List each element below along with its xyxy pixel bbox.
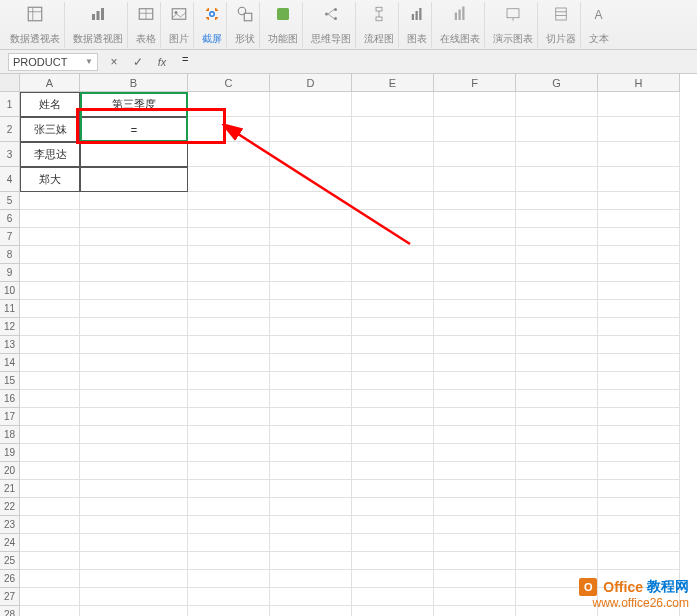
cell[interactable]	[352, 372, 434, 390]
cell[interactable]	[598, 552, 680, 570]
cell[interactable]	[188, 408, 270, 426]
cell[interactable]	[80, 408, 188, 426]
cell[interactable]	[516, 192, 598, 210]
cell[interactable]	[352, 264, 434, 282]
cell[interactable]	[20, 210, 80, 228]
cell[interactable]	[270, 92, 352, 117]
row-header[interactable]: 16	[0, 390, 20, 408]
cell[interactable]	[598, 372, 680, 390]
cell[interactable]	[352, 606, 434, 616]
row-header[interactable]: 1	[0, 92, 20, 117]
cell[interactable]	[20, 552, 80, 570]
cell[interactable]	[434, 142, 516, 167]
row-header[interactable]: 14	[0, 354, 20, 372]
cell[interactable]	[516, 498, 598, 516]
cell[interactable]	[352, 117, 434, 142]
cell[interactable]	[352, 426, 434, 444]
cell[interactable]	[80, 534, 188, 552]
cell[interactable]	[516, 228, 598, 246]
cell[interactable]	[270, 336, 352, 354]
cell[interactable]	[20, 354, 80, 372]
cell[interactable]	[188, 246, 270, 264]
row-header[interactable]: 28	[0, 606, 20, 616]
cell[interactable]	[270, 354, 352, 372]
cell[interactable]	[434, 282, 516, 300]
cell[interactable]	[80, 354, 188, 372]
cell[interactable]	[270, 570, 352, 588]
cell[interactable]	[598, 516, 680, 534]
cell[interactable]	[270, 372, 352, 390]
row-header[interactable]: 5	[0, 192, 20, 210]
cell[interactable]	[188, 92, 270, 117]
cell[interactable]	[516, 210, 598, 228]
cell[interactable]	[352, 246, 434, 264]
cell[interactable]	[270, 318, 352, 336]
cell[interactable]	[270, 552, 352, 570]
row-header[interactable]: 11	[0, 300, 20, 318]
column-header-e[interactable]: E	[352, 74, 434, 91]
cell[interactable]	[352, 192, 434, 210]
cell[interactable]	[80, 228, 188, 246]
row-header[interactable]: 13	[0, 336, 20, 354]
cell[interactable]	[352, 167, 434, 192]
ribbon-group-flowchart[interactable]: 流程图	[360, 2, 399, 48]
cell[interactable]	[188, 444, 270, 462]
cell[interactable]	[352, 552, 434, 570]
cell[interactable]	[270, 588, 352, 606]
cell[interactable]	[270, 426, 352, 444]
cell[interactable]	[434, 552, 516, 570]
cell[interactable]	[80, 372, 188, 390]
cell[interactable]	[80, 498, 188, 516]
cell[interactable]	[598, 480, 680, 498]
cell[interactable]	[270, 444, 352, 462]
row-header[interactable]: 25	[0, 552, 20, 570]
cell[interactable]	[516, 534, 598, 552]
name-box[interactable]: PRODUCT ▼	[8, 53, 98, 71]
row-header[interactable]: 17	[0, 408, 20, 426]
cell[interactable]	[188, 282, 270, 300]
ribbon-group-slicer[interactable]: 切片器	[542, 2, 581, 48]
cell[interactable]	[80, 167, 188, 192]
cell[interactable]	[352, 210, 434, 228]
cell[interactable]	[434, 354, 516, 372]
cell[interactable]	[80, 606, 188, 616]
cell[interactable]	[20, 426, 80, 444]
cell[interactable]	[270, 282, 352, 300]
cell[interactable]	[270, 228, 352, 246]
cell[interactable]	[434, 336, 516, 354]
cell[interactable]	[352, 498, 434, 516]
cell[interactable]	[188, 318, 270, 336]
cell[interactable]	[270, 246, 352, 264]
cell[interactable]	[434, 462, 516, 480]
cell[interactable]	[434, 228, 516, 246]
column-header-b[interactable]: B	[80, 74, 188, 91]
cell[interactable]	[80, 570, 188, 588]
cell[interactable]	[352, 570, 434, 588]
cell[interactable]	[352, 444, 434, 462]
row-header[interactable]: 19	[0, 444, 20, 462]
cell[interactable]	[20, 282, 80, 300]
cell[interactable]	[80, 444, 188, 462]
cell[interactable]	[188, 210, 270, 228]
cell[interactable]	[516, 117, 598, 142]
ribbon-group-shapes[interactable]: 形状	[231, 2, 260, 48]
cell[interactable]	[598, 498, 680, 516]
cell[interactable]	[516, 264, 598, 282]
cell[interactable]	[270, 300, 352, 318]
cell[interactable]	[352, 354, 434, 372]
cell[interactable]	[80, 192, 188, 210]
cell[interactable]	[434, 480, 516, 498]
cell[interactable]	[598, 264, 680, 282]
cell[interactable]	[434, 210, 516, 228]
cell[interactable]	[270, 210, 352, 228]
row-header[interactable]: 2	[0, 117, 20, 142]
cell[interactable]	[80, 588, 188, 606]
cell[interactable]	[434, 534, 516, 552]
cell[interactable]	[434, 246, 516, 264]
cell[interactable]	[188, 228, 270, 246]
cell[interactable]	[20, 300, 80, 318]
cell[interactable]	[188, 372, 270, 390]
cell[interactable]	[188, 570, 270, 588]
column-header-h[interactable]: H	[598, 74, 680, 91]
cell[interactable]	[20, 570, 80, 588]
